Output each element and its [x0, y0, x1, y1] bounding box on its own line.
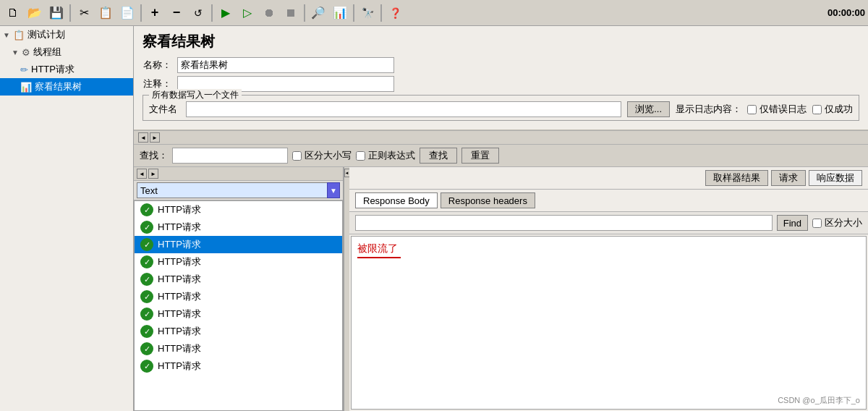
regex-checkbox[interactable] [356, 151, 365, 161]
delete-btn[interactable]: − [166, 3, 187, 23]
sidebar-item-http-request[interactable]: ✏ HTTP请求 [0, 61, 133, 78]
toolbar-sep-6 [380, 4, 382, 22]
success-icon: ✓ [140, 221, 153, 234]
list-item-label: HTTP请求 [158, 273, 201, 286]
list-item[interactable]: ✓ HTTP请求 [135, 323, 342, 340]
list-item-label: HTTP请求 [158, 360, 201, 373]
find-btn[interactable]: 查找 [420, 148, 457, 164]
detail-case-group: 区分大小 [812, 216, 862, 229]
error-log-checkbox[interactable] [747, 105, 757, 114]
list-scroll-left[interactable]: ◄ [137, 169, 147, 179]
search-input[interactable] [172, 148, 288, 164]
list-item-label: HTTP请求 [158, 342, 201, 355]
start-btn[interactable]: ▶ [216, 3, 236, 23]
success-icon: ✓ [140, 342, 153, 355]
view-dropdown-wrapper: Text ▼ [137, 182, 340, 198]
list-item-label: HTTP请求 [158, 203, 201, 216]
list-item-label: HTTP请求 [158, 308, 201, 321]
stop-btn[interactable]: ⏺ [259, 3, 279, 23]
request-tab[interactable]: 请求 [771, 170, 806, 186]
detail-tabs-top: 取样器结果 请求 响应数据 [349, 167, 868, 190]
response-body-tab[interactable]: Response Body [355, 192, 438, 208]
tree-panel: ▼ 📋 测试计划 ▼ ⚙ 线程组 ✏ HTTP请求 📊 察看结果树 [0, 26, 134, 411]
form-area: 察看结果树 名称： 注释： 所有数据写入一个文件 文件名 浏览... 显示日志内… [134, 26, 868, 130]
toolbar-sep-1 [69, 4, 71, 22]
detail-case-checkbox[interactable] [812, 219, 822, 228]
success-icon: ✓ [140, 203, 153, 216]
add-btn[interactable]: + [145, 3, 165, 23]
content-area: ◄ ► Text ▼ ✓ HTTP请求 ✓ [134, 167, 868, 411]
copy-btn[interactable]: 📋 [95, 3, 116, 23]
name-input[interactable] [177, 57, 394, 73]
file-label: 文件名 [149, 103, 177, 116]
detail-sub-tabs: Response Body Response headers [349, 190, 868, 212]
new-btn[interactable]: 🗋 [3, 3, 23, 23]
list-item[interactable]: ✓ HTTP请求 [135, 201, 342, 219]
list-item-label: HTTP请求 [158, 325, 201, 338]
paste-btn[interactable]: 📄 [117, 3, 137, 23]
list-item[interactable]: ✓ HTTP请求 [135, 271, 342, 288]
http-request-icon: ✏ [20, 64, 28, 75]
thread-group-icon: ⚙ [22, 47, 30, 58]
panel-divider[interactable]: ◄ [344, 167, 349, 411]
toolbar: 🗋 📂 💾 ✂ 📋 📄 + − ↺ ▶ ▷ ⏺ ⏹ 🔎 📊 🔭 ❓ 00:00:… [0, 0, 868, 26]
detail-search-bar: Find 区分大小 [349, 212, 868, 234]
list-panel: ◄ ► Text ▼ ✓ HTTP请求 ✓ [134, 167, 344, 411]
regex-label: 正则表达式 [368, 149, 415, 162]
success-log-group: 仅成功 [812, 103, 853, 116]
halt-btn[interactable]: ⏹ [281, 3, 301, 23]
list-item[interactable]: ✓ HTTP请求 [135, 305, 342, 323]
page-title: 察看结果树 [142, 32, 859, 51]
detail-find-btn[interactable]: Find [777, 215, 808, 231]
sidebar-item-thread-group[interactable]: ▼ ⚙ 线程组 [0, 43, 133, 61]
main-layout: ▼ 📋 测试计划 ▼ ⚙ 线程组 ✏ HTTP请求 📊 察看结果树 察看结果树 … [0, 26, 868, 411]
file-row: 文件名 浏览... 显示日志内容： 仅错误日志 仅成功 [149, 101, 853, 117]
success-log-checkbox[interactable] [812, 105, 822, 114]
file-input[interactable] [186, 101, 621, 117]
file-group: 所有数据写入一个文件 文件名 浏览... 显示日志内容： 仅错误日志 仅成功 [142, 95, 859, 121]
help-btn[interactable]: ❓ [385, 3, 405, 23]
sidebar-item-test-plan[interactable]: ▼ 📋 测试计划 [0, 26, 133, 43]
run-btn[interactable]: ▷ [237, 3, 258, 23]
toolbar-sep-3 [211, 4, 213, 22]
list-item[interactable]: ✓ HTTP请求 [135, 236, 342, 253]
response-headers-tab[interactable]: Response headers [441, 192, 535, 208]
save-btn[interactable]: 💾 [46, 3, 67, 23]
list-scroll-right[interactable]: ► [148, 169, 158, 179]
http-request-label: HTTP请求 [31, 63, 75, 76]
regex-group: 正则表达式 [356, 149, 415, 162]
scroll-left-btn[interactable]: ◄ [138, 132, 148, 143]
list-item[interactable]: ✓ HTTP请求 [135, 253, 342, 271]
results-btn[interactable]: 📊 [330, 3, 350, 23]
scroll-right-btn[interactable]: ► [150, 132, 160, 143]
error-log-group: 仅错误日志 [747, 103, 807, 116]
browse-btn[interactable]: 浏览... [627, 101, 670, 117]
reset-btn[interactable]: 重置 [461, 148, 499, 164]
view-results-icon: 📊 [20, 82, 32, 93]
detail-find-input[interactable] [355, 215, 773, 231]
case-sensitive-label: 区分大小写 [305, 149, 352, 162]
clear-btn[interactable]: ↺ [188, 3, 208, 23]
find-toolbar-btn[interactable]: 🔭 [357, 3, 378, 23]
test-plan-label: 测试计划 [27, 28, 65, 41]
success-icon: ✓ [140, 360, 153, 373]
view-dropdown-arrow[interactable]: ▼ [327, 182, 340, 198]
cut-btn[interactable]: ✂ [74, 3, 94, 23]
list-item[interactable]: ✓ HTTP请求 [135, 357, 342, 375]
view-results-label: 察看结果树 [35, 80, 82, 93]
detail-case-label: 区分大小 [825, 216, 862, 229]
open-btn[interactable]: 📂 [25, 3, 45, 23]
sidebar-item-view-results[interactable]: 📊 察看结果树 [0, 78, 133, 96]
list-item[interactable]: ✓ HTTP请求 [135, 288, 342, 305]
inspect-btn[interactable]: 🔎 [308, 3, 328, 23]
view-dropdown-text[interactable]: Text [137, 182, 328, 198]
comment-row: 注释： [142, 76, 859, 92]
list-item-label: HTTP请求 [158, 255, 201, 268]
case-sensitive-checkbox[interactable] [292, 151, 302, 161]
sampler-result-tab[interactable]: 取样器结果 [705, 170, 768, 186]
list-item[interactable]: ✓ HTTP请求 [135, 219, 342, 236]
timer-display: 00:00:00 [827, 7, 865, 18]
response-data-tab[interactable]: 响应数据 [809, 170, 862, 186]
list-item[interactable]: ✓ HTTP请求 [135, 340, 342, 357]
list-item-label: HTTP请求 [158, 238, 201, 251]
